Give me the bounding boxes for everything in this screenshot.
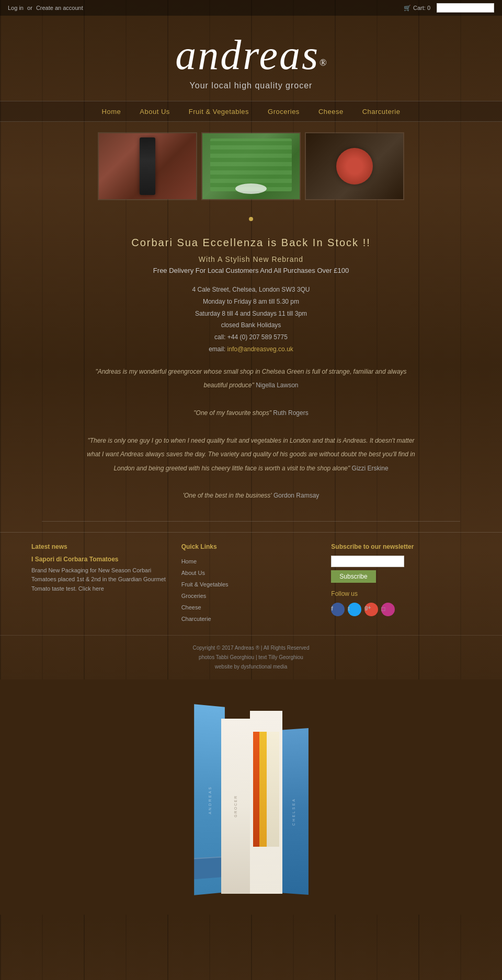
contact-info: 4 Cale Street, Chelsea, London SW3 3QU M… [52,284,450,355]
footer-link-charcuterie[interactable]: Charcuterie [181,613,321,625]
testimonial-3: "There is only one guy I go to when I ne… [84,434,418,475]
latest-news-title: Latest news [31,543,171,550]
testimonials: "Andreas is my wonderful greengrocer who… [52,365,450,503]
author-1: Nigella Lawson [256,382,298,389]
main-subheadline: With A Stylish New Rebrand [52,255,450,263]
main-content: Corbari Sua Eccellenza is Back In Stock … [0,226,502,513]
address-line1: 4 Cale Street, Chelsea, London SW3 3QU [192,286,310,293]
news-item-text: Brand New Packaging for New Season Corba… [31,566,171,594]
top-bar: Log in or Create an account 🛒 Cart: 0 [0,0,502,16]
author-2: Ruth Rogers [273,409,308,417]
cart-icon: 🛒 [404,5,411,11]
book2-text: GROCER [234,795,237,817]
cart-area[interactable]: 🛒 Cart: 0 [404,5,430,11]
cart-count: Cart: 0 [413,5,430,11]
brand-text: andreas [175,32,320,78]
nav-fruit-veg[interactable]: Fruit & Vegetables [189,108,249,116]
registered-symbol: ® [320,57,327,68]
create-account-link[interactable]: Create an account [36,5,83,11]
news-item-title: I Sapori di Corbara Tomatoes [31,556,171,563]
author-4: Gordon Ramsay [273,492,319,499]
copyright-line2: photos Tabbi Georghiou | text Tilly Geor… [10,653,492,662]
facebook-icon[interactable]: f [331,603,345,616]
copyright-line1: Copyright © 2017 Andreas ® | All Rights … [10,643,492,653]
main-headline: Corbari Sua Eccellenza is Back In Stock … [52,237,450,249]
twitter-icon[interactable]: t [348,603,361,616]
copyright-line3: website by dysfunctional media [10,662,492,672]
follow-us-title: Follow us [331,590,471,597]
top-bar-left: Log in or Create an account [8,5,83,11]
site-header: andreas® Your local high quality grocer [0,16,502,101]
brand-name: andreas® [175,31,327,79]
book1-text: ANDREAS [208,785,211,814]
quick-links-title: Quick Links [181,543,321,550]
footer: Latest news I Sapori di Corbara Tomatoes… [0,532,502,635]
subscribe-button[interactable]: Subscribe [331,570,375,583]
footer-link-cheese[interactable]: Cheese [181,602,321,613]
hours-line1: Monday to Friday 8 am till 5.30 pm [203,298,299,305]
carousel-dots [0,211,502,226]
nav-groceries[interactable]: Groceries [268,108,300,116]
footer-link-fruit[interactable]: Fruit & Vegetables [181,579,321,590]
closed-text: closed Bank Holidays [221,321,281,329]
product-images [0,122,502,211]
main-nav: Home About Us Fruit & Vegetables Groceri… [0,101,502,122]
product-image-asparagus [201,132,301,200]
testimonial-2: "One of my favourite shops" Ruth Rogers [84,406,418,420]
testimonial-1: "Andreas is my wonderful greengrocer who… [84,365,418,393]
book4-text: CHELSEA [291,797,295,825]
book-4: CHELSEA [278,728,308,895]
book-covers: ANDREAS GROCER CHELSEA [0,695,502,894]
author-3: Gizzi Erskine [352,465,389,472]
footer-link-groceries[interactable]: Groceries [181,590,321,602]
book-2: GROCER [221,719,250,894]
dot-1[interactable] [249,217,253,221]
follow-us-section: Follow us f t g+ □ [331,590,471,616]
copyright: Copyright © 2017 Andreas ® | All Rights … [0,635,502,679]
content-divider [42,521,460,522]
or-separator: or [27,5,32,11]
asparagus-image [202,133,300,199]
search-input[interactable] [437,3,494,13]
hours-line2: Saturday 8 till 4 and Sundays 11 till 3p… [195,310,307,317]
nav-charcuterie[interactable]: Charcuterie [362,108,401,116]
footer-link-home[interactable]: Home [181,556,321,567]
email-link[interactable]: info@andreasveg.co.uk [227,345,293,353]
quote-1: "Andreas is my wonderful greengrocer who… [95,368,406,389]
quote-4: 'One of the best in the business' [183,492,272,499]
nav-about[interactable]: About Us [140,108,169,116]
jar-image [306,133,403,199]
olive-oil-image [99,133,196,199]
footer-newsletter: Subscribe to our newsletter Subscribe Fo… [331,543,471,616]
email-label: email: [209,345,225,353]
nav-cheese[interactable]: Cheese [318,108,344,116]
product-image-olive [98,132,197,200]
phone: call: +44 (0) 207 589 5775 [214,333,288,341]
login-link[interactable]: Log in [8,5,24,11]
bottom-section: ANDREAS GROCER CHELSEA [0,679,502,915]
delivery-text: Free Delivery For Local Customers And Al… [52,267,450,274]
top-bar-right: 🛒 Cart: 0 [404,3,494,13]
nav-home[interactable]: Home [102,108,121,116]
newsletter-input[interactable] [331,556,404,567]
tagline: Your local high quality grocer [10,81,492,90]
social-icons: f t g+ □ [331,603,471,616]
product-image-jar [305,132,404,200]
footer-quick-links: Quick Links Home About Us Fruit & Vegeta… [171,543,332,625]
quote-2: "One of my favourite shops" [193,409,271,417]
instagram-icon[interactable]: □ [381,603,395,616]
book-1: ANDREAS [194,704,225,895]
newsletter-title: Subscribe to our newsletter [331,543,471,550]
testimonial-4: 'One of the best in the business' Gordon… [84,489,418,502]
book-3 [250,711,282,894]
footer-link-about[interactable]: About Us [181,567,321,579]
google-plus-icon[interactable]: g+ [364,603,378,616]
footer-news: Latest news I Sapori di Corbara Tomatoes… [31,543,171,594]
